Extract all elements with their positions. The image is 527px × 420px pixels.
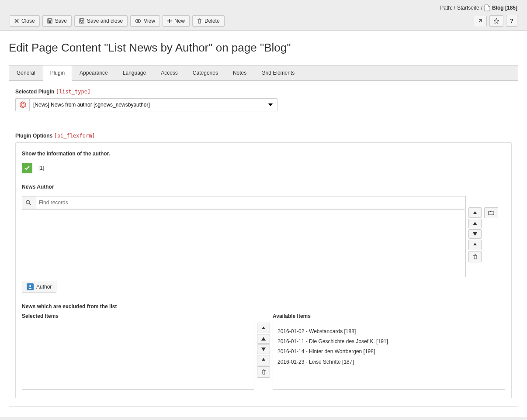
svg-rect-1	[49, 19, 51, 21]
available-items-list[interactable]: 2016-01-02 - Webstandards [188] 2016-01-…	[273, 322, 505, 390]
open-external-button[interactable]	[474, 16, 487, 26]
show-author-label: Show the information of the author.	[22, 151, 505, 157]
view-button[interactable]: View	[130, 15, 160, 27]
help-button[interactable]: ?	[506, 15, 517, 27]
move-down-icon	[261, 348, 266, 351]
tab-categories[interactable]: Categories	[185, 65, 225, 80]
available-item[interactable]: 2016-01-14 - Hinter den Wortbergen [198]	[277, 347, 500, 357]
excl-move-down-button[interactable]	[257, 344, 270, 354]
plugin-type-icon	[15, 98, 29, 111]
save-button[interactable]: Save	[42, 15, 72, 27]
available-item[interactable]: 2016-01-02 - Webstandards [188]	[277, 327, 500, 337]
tab-general[interactable]: General	[9, 65, 43, 80]
author-button-label: Author	[36, 284, 52, 290]
page-title: Edit Page Content "List News by Author" …	[9, 41, 518, 55]
path-prefix: Path: /	[440, 5, 455, 11]
eye-icon	[135, 19, 141, 23]
plus-icon	[167, 19, 172, 23]
plugin-options-label: Plugin Options [pi_flexform]	[15, 133, 512, 139]
remove-item-button[interactable]	[468, 251, 482, 262]
view-label: View	[144, 18, 155, 24]
browse-button[interactable]	[484, 207, 498, 218]
page-icon	[484, 4, 490, 11]
selected-items-label: Selected Items	[22, 313, 254, 319]
tab-plugin[interactable]: Plugin	[43, 65, 72, 81]
news-author-label: News Author	[22, 184, 505, 190]
save-close-icon	[79, 18, 84, 24]
news-author-search[interactable]	[35, 196, 466, 209]
toolbar: Close Save Save and close View New Delet…	[0, 11, 527, 30]
trash-icon	[261, 369, 266, 375]
tab-notes[interactable]: Notes	[225, 65, 254, 80]
svg-point-6	[137, 20, 139, 22]
tab-panel: Selected Plugin [list_type] [News] News …	[9, 81, 518, 406]
show-author-value: [1]	[38, 165, 44, 171]
svg-point-9	[26, 200, 30, 204]
move-up-icon	[473, 222, 477, 225]
move-down-icon	[473, 232, 477, 236]
path-current[interactable]: Blog [185]	[492, 5, 517, 11]
show-author-checkbox[interactable]	[22, 163, 32, 173]
plugin-options-label-text: Plugin Options	[15, 133, 52, 139]
selected-plugin-select[interactable]: [News] News from author [sgnews_newsbyau…	[29, 98, 277, 111]
svg-rect-4	[80, 19, 83, 21]
move-top-icon	[473, 210, 477, 215]
excl-remove-button[interactable]	[257, 366, 270, 378]
close-icon	[14, 19, 19, 23]
excl-move-top-button[interactable]	[257, 323, 270, 333]
path-segment[interactable]: Startseite	[457, 5, 479, 11]
delete-label: Delete	[205, 18, 220, 24]
tab-access[interactable]: Access	[153, 65, 185, 80]
save-close-label: Save and close	[87, 18, 123, 24]
trash-icon	[197, 18, 202, 24]
new-button[interactable]: New	[163, 15, 190, 27]
excluded-label: News which are excluded from the list	[22, 303, 505, 310]
delete-button[interactable]: Delete	[192, 15, 225, 27]
available-items-label: Available Items	[273, 313, 505, 319]
question-icon: ?	[510, 17, 513, 24]
save-label: Save	[55, 18, 67, 24]
close-label: Close	[21, 18, 35, 24]
move-top-button[interactable]	[468, 207, 482, 218]
selected-plugin-label: Selected Plugin [list_type]	[15, 89, 512, 95]
save-icon	[47, 18, 52, 24]
save-close-button[interactable]: Save and close	[74, 15, 128, 27]
selected-plugin-hint: [list_type]	[56, 89, 90, 95]
news-author-list[interactable]	[22, 209, 466, 277]
star-icon	[493, 18, 499, 24]
plugin-options-box: Show the information of the author. [1] …	[15, 142, 512, 398]
close-button[interactable]: Close	[10, 15, 40, 27]
move-bottom-icon	[473, 243, 477, 247]
excl-move-bottom-button[interactable]	[257, 355, 270, 365]
selected-plugin-label-text: Selected Plugin	[15, 89, 54, 95]
search-icon-wrapper	[22, 196, 35, 209]
new-label: New	[174, 18, 185, 24]
move-down-button[interactable]	[468, 229, 482, 239]
move-bottom-icon	[261, 358, 266, 362]
move-top-icon	[261, 326, 266, 330]
search-icon	[26, 200, 31, 206]
move-bottom-button[interactable]	[468, 240, 482, 250]
bookmark-button[interactable]	[489, 15, 503, 27]
check-icon	[24, 165, 30, 171]
folder-icon	[488, 210, 494, 215]
external-link-icon	[478, 18, 483, 24]
trash-icon	[473, 254, 478, 259]
available-item[interactable]: 2016-01-23 - Leise Schritte [187]	[277, 357, 500, 367]
author-button[interactable]: Author	[22, 281, 56, 293]
plugin-options-hint: [pi_flexform]	[54, 133, 95, 139]
available-item[interactable]: 2016-01-11 - Die Geschichte des Josef K.…	[277, 337, 500, 347]
tab-grid-elements[interactable]: Grid Elements	[254, 65, 302, 80]
svg-rect-2	[49, 21, 51, 23]
tab-language[interactable]: Language	[115, 65, 153, 80]
excl-move-up-button[interactable]	[257, 334, 270, 344]
svg-point-10	[29, 285, 31, 287]
move-up-button[interactable]	[468, 219, 482, 228]
move-up-icon	[261, 337, 266, 341]
tab-appearance[interactable]: Appearance	[72, 65, 115, 80]
selected-items-list[interactable]	[22, 322, 254, 390]
breadcrumb: Path: /Startseite/ Blog [185]	[0, 0, 527, 11]
author-icon	[27, 283, 34, 290]
tab-bar: General Plugin Appearance Language Acces…	[9, 65, 518, 81]
svg-marker-7	[20, 102, 25, 108]
